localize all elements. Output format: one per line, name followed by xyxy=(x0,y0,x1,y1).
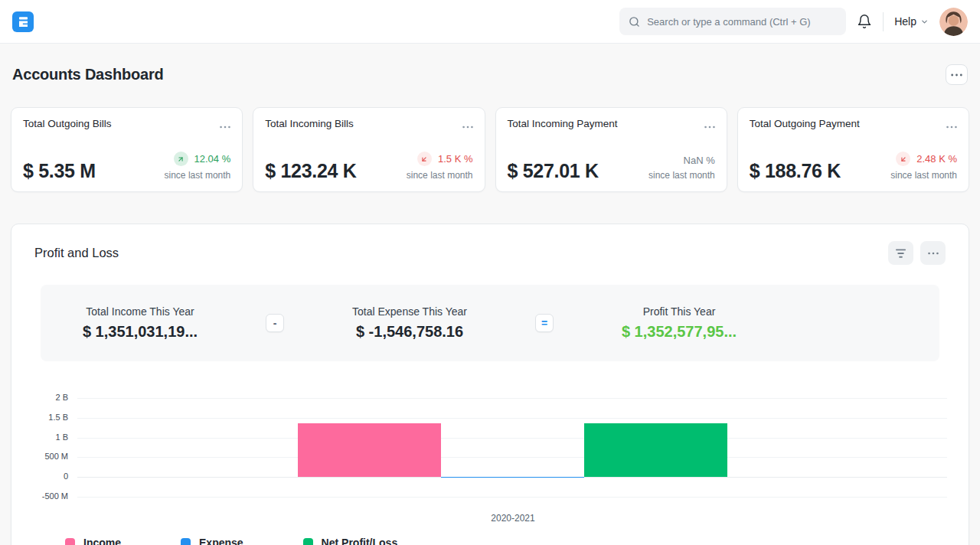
card-menu-button[interactable] xyxy=(462,118,473,132)
ellipsis-icon xyxy=(951,73,962,77)
notifications-button[interactable] xyxy=(857,14,872,29)
card-value: $ 188.76 K xyxy=(750,162,841,181)
legend-swatch xyxy=(65,538,75,545)
chart-bar-income[interactable] xyxy=(298,423,441,477)
profit-loss-header: Profit and Loss xyxy=(24,237,956,265)
legend-swatch xyxy=(181,538,191,545)
card-value: $ 123.24 K xyxy=(265,162,356,181)
page-header: Accounts Dashboard xyxy=(12,64,968,85)
summary-label: Profit This Year xyxy=(580,305,779,318)
legend-label: Income xyxy=(83,537,121,545)
gridline xyxy=(77,457,947,458)
legend-item-net-profit-loss[interactable]: Net Profit/Loss xyxy=(303,537,398,545)
card-change: NaN % xyxy=(684,155,715,166)
avatar-image xyxy=(939,8,968,36)
arrow-down-left-icon xyxy=(417,152,432,166)
page-title: Accounts Dashboard xyxy=(12,66,164,83)
gridline xyxy=(77,398,947,399)
ellipsis-icon xyxy=(946,126,957,129)
page-menu-button[interactable] xyxy=(946,64,968,85)
card-title: Total Incoming Bills xyxy=(265,118,354,129)
card-menu-button[interactable] xyxy=(946,118,957,132)
card-caption: since last month xyxy=(165,170,231,181)
gridline xyxy=(77,438,947,439)
legend-label: Expense xyxy=(199,537,243,545)
gridline xyxy=(77,497,947,498)
card-title: Total Outgoing Payment xyxy=(750,118,860,129)
summary-label: Total Expense This Year xyxy=(310,305,509,318)
help-label: Help xyxy=(894,15,916,28)
ellipsis-icon xyxy=(462,126,473,129)
search-input[interactable]: Search or type a command (Ctrl + G) xyxy=(619,8,846,35)
pnl-plot: 2 B1.5 B1 B500 M0-500 M xyxy=(24,390,956,507)
legend-label: Net Profit/Loss xyxy=(322,537,398,545)
card-caption: since last month xyxy=(648,170,715,181)
profit-loss-card: Profit and Loss Total Income This Year $… xyxy=(11,224,969,545)
card-menu-button[interactable] xyxy=(704,118,715,132)
card-change-value: 1.5 K % xyxy=(438,153,473,165)
summary-total-expense: Total Expense This Year $ -1,546,758.16 xyxy=(310,305,509,341)
navbar: Search or type a command (Ctrl + G) Help xyxy=(0,0,980,44)
number-cards-row: Total Outgoing Bills $ 5.35 M 12.04 % si… xyxy=(11,107,969,192)
y-tick-label: 1 B xyxy=(24,432,68,442)
card-change: 1.5 K % xyxy=(417,152,473,166)
card-title: Total Incoming Payment xyxy=(508,118,618,129)
erpnext-logo-icon xyxy=(18,16,29,28)
summary-label: Total Income This Year xyxy=(41,305,240,318)
filter-icon xyxy=(895,249,906,258)
search-placeholder: Search or type a command (Ctrl + G) xyxy=(647,16,811,28)
summary-value: $ -1,546,758.16 xyxy=(310,323,509,341)
user-avatar[interactable] xyxy=(939,8,968,36)
chevron-down-icon xyxy=(920,18,929,26)
bell-icon xyxy=(857,14,872,29)
card-menu-button[interactable] xyxy=(220,118,230,132)
y-tick-label: -500 M xyxy=(24,491,68,501)
help-menu[interactable]: Help xyxy=(894,15,929,28)
number-card-total-incoming-payment: Total Incoming Payment $ 527.01 K NaN % … xyxy=(495,107,727,192)
card-title: Total Outgoing Bills xyxy=(23,118,112,129)
summary-profit: Profit This Year $ 1,352,577,95... xyxy=(580,305,779,341)
minus-operator-badge: - xyxy=(266,314,284,332)
arrow-up-right-icon xyxy=(174,152,188,166)
chart-bar-net-profit-loss[interactable] xyxy=(584,423,727,477)
legend-swatch xyxy=(303,538,313,545)
number-card-total-incoming-bills: Total Incoming Bills $ 123.24 K 1.5 K % … xyxy=(253,107,485,192)
y-tick-label: 500 M xyxy=(24,452,68,461)
y-tick-label: 2 B xyxy=(24,393,68,402)
ellipsis-icon xyxy=(928,252,939,255)
card-value: $ 5.35 M xyxy=(23,162,96,181)
legend-item-expense[interactable]: Expense xyxy=(181,537,243,545)
equals-operator-badge: = xyxy=(535,314,554,332)
summary-total-income: Total Income This Year $ 1,351,031,19... xyxy=(41,305,240,341)
chart-legend: Income Expense Net Profit/Loss xyxy=(65,537,956,545)
search-icon xyxy=(629,16,640,28)
card-value: $ 527.01 K xyxy=(508,162,599,181)
summary-value: $ 1,352,577,95... xyxy=(580,323,779,341)
ellipsis-icon xyxy=(704,126,715,129)
card-caption: since last month xyxy=(890,170,957,181)
chart-filter-button[interactable] xyxy=(888,241,913,265)
card-change-value: NaN % xyxy=(684,155,715,166)
number-card-total-outgoing-bills: Total Outgoing Bills $ 5.35 M 12.04 % si… xyxy=(11,107,243,192)
card-change-value: 2.48 K % xyxy=(916,153,957,165)
page-content: Accounts Dashboard Total Outgoing Bills … xyxy=(0,64,980,545)
y-tick-label: 1.5 B xyxy=(24,413,68,422)
card-change: 12.04 % xyxy=(174,152,231,166)
chart-menu-button[interactable] xyxy=(920,241,946,265)
y-tick-label: 0 xyxy=(24,472,68,481)
summary-value: $ 1,351,031,19... xyxy=(41,323,240,341)
ellipsis-icon xyxy=(220,126,230,129)
gridline xyxy=(77,477,947,478)
legend-item-income[interactable]: Income xyxy=(65,537,121,545)
app-logo[interactable] xyxy=(12,11,34,32)
card-change-value: 12.04 % xyxy=(194,153,231,165)
card-caption: since last month xyxy=(407,170,473,181)
x-axis-label: 2020-2021 xyxy=(24,513,956,524)
arrow-down-left-icon xyxy=(896,152,910,166)
card-change: 2.48 K % xyxy=(896,152,957,166)
gridline xyxy=(77,418,947,419)
chart-title: Profit and Loss xyxy=(34,246,119,260)
profit-loss-chart: 2 B1.5 B1 B500 M0-500 M 2020-2021 Income… xyxy=(24,390,956,545)
number-card-total-outgoing-payment: Total Outgoing Payment $ 188.76 K 2.48 K… xyxy=(737,107,969,192)
chart-summary-strip: Total Income This Year $ 1,351,031,19...… xyxy=(41,285,939,361)
